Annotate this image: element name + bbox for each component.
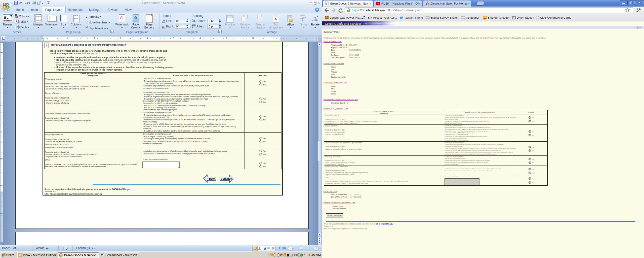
svg-text:Continue: Continue [221, 177, 232, 180]
svg-text:V: V [280, 254, 282, 256]
svg-text:W: W [101, 254, 103, 256]
svg-text:Back: Back [209, 177, 215, 180]
svg-text:M: M [513, 16, 515, 19]
svg-text:3: 3 [86, 23, 87, 24]
svg-text:e: e [326, 2, 327, 5]
